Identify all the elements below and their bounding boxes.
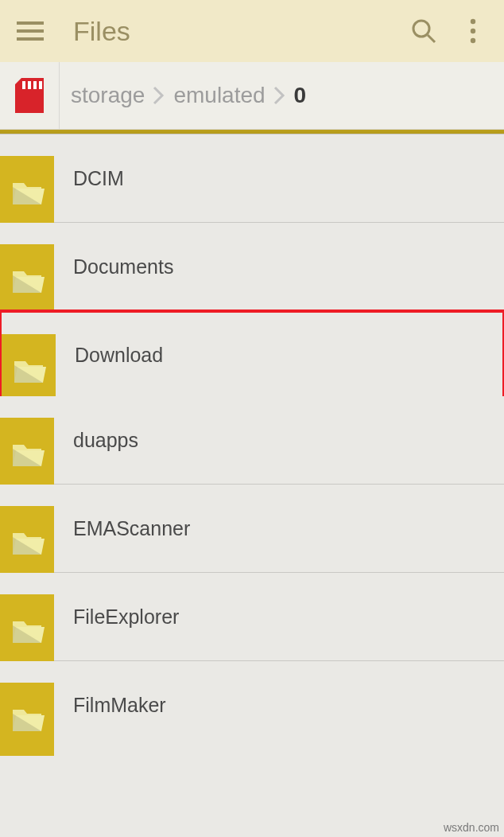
list-item[interactable]: EMAScanner: [0, 485, 504, 572]
breadcrumb-item-emulated[interactable]: emulated: [173, 83, 265, 108]
folder-label: DCIM: [73, 167, 124, 190]
folder-icon: [0, 156, 54, 229]
list-item[interactable]: duapps: [0, 396, 504, 484]
svg-rect-10: [33, 81, 37, 89]
folder-label: FilmMaker: [73, 694, 166, 717]
folder-icon: [0, 594, 54, 668]
search-button[interactable]: [399, 6, 448, 56]
list-item[interactable]: Documents: [0, 223, 504, 310]
folder-list[interactable]: DCIMDocumentsDownloadduappsEMAScannerFil…: [0, 130, 504, 749]
svg-rect-9: [28, 81, 31, 89]
folder-label: Download: [75, 344, 163, 367]
svg-rect-2: [17, 37, 44, 41]
folder-label: EMAScanner: [73, 517, 190, 540]
list-item[interactable]: Download: [0, 309, 504, 397]
chevron-right-icon: [273, 86, 286, 105]
svg-point-6: [471, 29, 475, 33]
more-button[interactable]: [448, 6, 498, 56]
breadcrumb-path: storage emulated 0: [60, 83, 306, 108]
svg-rect-0: [17, 21, 44, 25]
folder-icon: [0, 683, 54, 756]
watermark: wsxdn.com: [444, 821, 499, 834]
folder-label: FileExplorer: [73, 605, 179, 629]
folder-label: duapps: [73, 429, 138, 452]
list-item[interactable]: FilmMaker: [0, 661, 504, 749]
menu-button[interactable]: [6, 7, 54, 55]
hamburger-icon: [17, 21, 44, 41]
svg-point-7: [471, 38, 475, 43]
svg-rect-8: [22, 81, 25, 89]
folder-label: Documents: [73, 255, 173, 278]
breadcrumb-item-storage[interactable]: storage: [71, 83, 145, 108]
more-vert-icon: [470, 18, 476, 44]
svg-point-3: [413, 21, 429, 37]
chevron-right-icon: [153, 86, 165, 105]
folder-icon: [0, 244, 54, 317]
sd-card-icon: [15, 78, 44, 113]
svg-rect-1: [17, 29, 44, 33]
list-item[interactable]: FileExplorer: [0, 573, 504, 660]
page-title: Files: [54, 16, 399, 47]
app-header: Files: [0, 0, 504, 62]
folder-icon: [0, 418, 54, 491]
list-item[interactable]: DCIM: [0, 134, 504, 222]
svg-point-5: [471, 19, 475, 24]
storage-root-button[interactable]: [0, 62, 60, 130]
svg-line-4: [428, 35, 435, 42]
svg-rect-11: [39, 81, 42, 89]
breadcrumb-item-current[interactable]: 0: [294, 83, 307, 108]
breadcrumb: storage emulated 0: [0, 62, 504, 130]
search-icon: [411, 18, 436, 44]
folder-icon: [0, 506, 54, 579]
